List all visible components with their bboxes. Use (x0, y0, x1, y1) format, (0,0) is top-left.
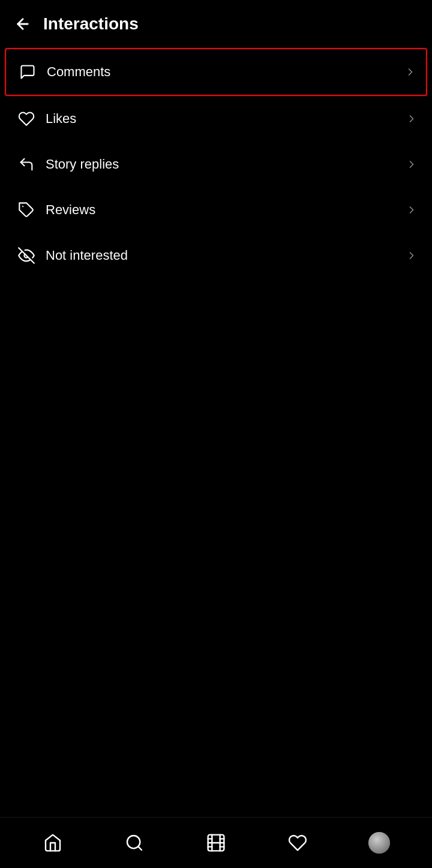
menu-item-not-interested[interactable]: Not interested (5, 233, 427, 278)
tag-icon (14, 198, 38, 222)
nav-activity[interactable] (257, 828, 338, 857)
nav-home[interactable] (12, 828, 94, 857)
menu-item-story-replies[interactable]: Story replies (5, 142, 427, 187)
bottom-navigation (0, 817, 432, 868)
comment-icon (16, 60, 40, 84)
not-interested-label: Not interested (46, 248, 406, 263)
back-button[interactable] (12, 13, 34, 35)
reply-icon (14, 152, 38, 176)
nav-profile[interactable] (338, 827, 420, 858)
chevron-right-icon (406, 113, 418, 125)
not-interested-icon (14, 244, 38, 268)
profile-avatar (368, 832, 390, 854)
nav-search[interactable] (94, 828, 175, 857)
svg-line-3 (138, 846, 142, 850)
page-title: Interactions (43, 14, 139, 34)
chevron-right-icon (404, 66, 416, 78)
chevron-right-icon (406, 158, 418, 170)
menu-item-comments[interactable]: Comments (5, 48, 427, 96)
story-replies-label: Story replies (46, 157, 406, 172)
comments-label: Comments (47, 64, 404, 80)
chevron-right-icon (406, 250, 418, 262)
home-icon (43, 833, 62, 852)
header: Interactions (0, 0, 432, 48)
reels-icon (206, 833, 226, 852)
menu-item-reviews[interactable]: Reviews (5, 187, 427, 233)
nav-reels[interactable] (175, 828, 257, 857)
back-arrow-icon (14, 16, 31, 32)
chevron-right-icon (406, 204, 418, 216)
reviews-label: Reviews (46, 202, 406, 218)
search-icon (125, 833, 144, 852)
heart-icon (14, 107, 38, 131)
menu-list: Comments Likes Story replies (0, 48, 432, 278)
activity-heart-icon (288, 833, 307, 852)
likes-label: Likes (46, 111, 406, 127)
menu-item-likes[interactable]: Likes (5, 96, 427, 142)
content-spacer (0, 278, 432, 817)
